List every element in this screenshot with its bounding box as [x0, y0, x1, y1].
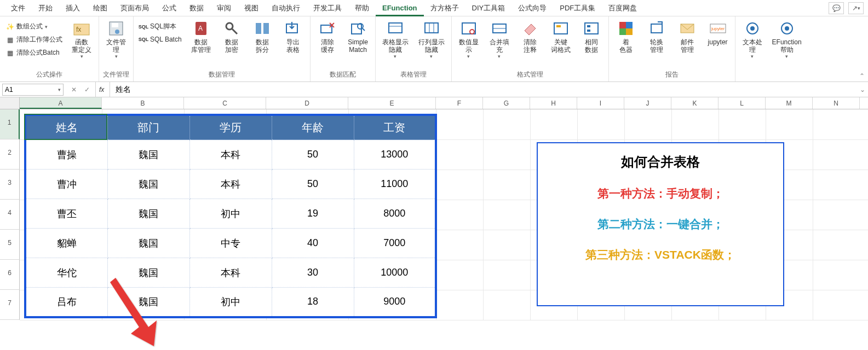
clear-comment-button[interactable]: 清除注释	[516, 19, 544, 55]
row-header-5[interactable]: 5	[0, 230, 20, 260]
chevron-down-icon[interactable]: ▾	[58, 87, 61, 92]
menu-help[interactable]: 帮助	[348, 0, 376, 16]
col-header-I[interactable]: I	[577, 97, 624, 109]
jupyter-button[interactable]: jupyterjupyter	[704, 19, 732, 47]
fx-label[interactable]: fx	[96, 82, 110, 97]
clear-formula-batch-button[interactable]: ▦清除公式Batch	[3, 47, 65, 59]
menu-pdftools[interactable]: PDF工具集	[553, 0, 602, 16]
cell[interactable]: 魏国	[107, 288, 189, 317]
cell[interactable]: 50	[272, 170, 354, 199]
col-header-D[interactable]: D	[266, 97, 348, 109]
clear-workbook-formula-button[interactable]: ▦清除工作簿公式	[3, 34, 65, 45]
menu-efunction[interactable]: EFunction	[376, 0, 424, 16]
row-header-2[interactable]: 2	[0, 139, 20, 170]
sheet-show-hide-button[interactable]: 表格显示隐藏▾	[379, 19, 412, 60]
name-box[interactable]: A1 ▾	[2, 84, 64, 96]
menu-devtools[interactable]: 开发工具	[307, 0, 348, 16]
row-header-4[interactable]: 4	[0, 200, 20, 230]
cell[interactable]: 8000	[354, 199, 436, 229]
keyword-format-button[interactable]: 关键词格式	[547, 19, 574, 55]
col-header-H[interactable]: H	[530, 97, 577, 109]
cell[interactable]: 魏国	[107, 199, 189, 229]
cell[interactable]: 本科	[189, 258, 272, 288]
menu-file[interactable]: 文件	[4, 0, 32, 16]
col-header-G[interactable]: G	[483, 97, 530, 109]
cell[interactable]: 貂蝉	[25, 229, 107, 258]
export-table-button[interactable]: 导出表格	[279, 19, 307, 55]
cell[interactable]: 7000	[354, 229, 436, 258]
cell[interactable]: 30	[272, 258, 354, 288]
menu-data[interactable]: 数据	[183, 0, 210, 16]
menu-fangfang[interactable]: 方方格子	[424, 0, 465, 16]
sql-batch-button[interactable]: SQLSQL Batch	[137, 34, 184, 45]
simple-match-button[interactable]: SimpleMatch	[344, 19, 372, 55]
row-header-3[interactable]: 3	[0, 170, 20, 200]
db-manage-button[interactable]: A数据库管理	[187, 19, 215, 55]
menu-autoexec[interactable]: 自动执行	[265, 0, 307, 16]
th-age[interactable]: 年龄	[272, 115, 354, 140]
cell[interactable]: 13000	[354, 140, 436, 170]
cell[interactable]: 魏国	[107, 229, 189, 258]
same-data-button[interactable]: 相同数据	[578, 19, 605, 55]
data-split-button[interactable]: 数据拆分	[249, 19, 276, 55]
col-header-J[interactable]: J	[624, 97, 671, 109]
merge-fill-button[interactable]: 合并填充▾	[486, 19, 513, 60]
cell[interactable]: 魏国	[107, 258, 189, 288]
row-header-7[interactable]: 7	[0, 290, 20, 320]
cell[interactable]: 50	[272, 140, 354, 170]
col-header-F[interactable]: F	[436, 97, 483, 109]
menu-pagelayout[interactable]: 页面布局	[114, 0, 156, 16]
col-header-N[interactable]: N	[813, 97, 860, 109]
clear-cache-button[interactable]: 清除缓存	[314, 19, 341, 55]
menu-diy[interactable]: DIY工具箱	[465, 0, 512, 16]
confirm-formula-icon[interactable]: ✓	[82, 86, 92, 94]
colorizer-button[interactable]: 着色器	[612, 19, 640, 55]
cell[interactable]: 初中	[189, 288, 272, 317]
cell[interactable]: 初中	[189, 199, 272, 229]
cell[interactable]: 魏国	[107, 140, 189, 170]
num-format-button[interactable]: 数值显示▾	[455, 19, 482, 60]
sql-script-button[interactable]: SQLSQL脚本	[137, 21, 184, 32]
row-header-1[interactable]: 1	[0, 109, 20, 139]
comments-button[interactable]: 💬	[829, 2, 844, 14]
rowcol-show-hide-button[interactable]: 行列显示隐藏▾	[415, 19, 448, 60]
th-salary[interactable]: 工资	[354, 115, 436, 140]
col-header-E[interactable]: E	[348, 97, 436, 109]
cell[interactable]: 魏国	[107, 170, 189, 199]
cell[interactable]: 曹冲	[25, 170, 107, 199]
fn-redefine-button[interactable]: fx 函数重定义▾	[68, 19, 95, 60]
share-button[interactable]: ↗ ▾	[848, 2, 864, 14]
cell[interactable]: 40	[272, 229, 354, 258]
menu-formula[interactable]: 公式	[156, 0, 183, 16]
cell[interactable]: 曹丕	[25, 199, 107, 229]
menu-review[interactable]: 审阅	[210, 0, 238, 16]
th-edu[interactable]: 学历	[189, 115, 272, 140]
col-header-L[interactable]: L	[718, 97, 766, 109]
grid-body[interactable]: 姓名 部门 学历 年龄 工资 曹操魏国本科5013000 曹冲魏国本科50110…	[20, 109, 868, 320]
text-process-button[interactable]: 文本处理▾	[739, 19, 766, 60]
data-encrypt-button[interactable]: 数据加密	[218, 19, 245, 55]
col-header-K[interactable]: K	[671, 97, 718, 109]
array-formula-button[interactable]: ✨数组公式 ▾	[3, 21, 65, 32]
menu-insert[interactable]: 插入	[59, 0, 87, 16]
col-header-B[interactable]: B	[102, 97, 184, 109]
file-manage-button[interactable]: 文件管理▾	[102, 19, 130, 60]
cell[interactable]: 19	[272, 199, 354, 229]
cell[interactable]: 本科	[189, 170, 272, 199]
menu-view[interactable]: 视图	[238, 0, 265, 16]
cell[interactable]: 18	[272, 288, 354, 317]
ribbon-collapse-icon[interactable]: ⌃	[859, 72, 865, 80]
efunction-help-button[interactable]: EFunction帮助▾	[769, 19, 804, 60]
cell[interactable]: 本科	[189, 140, 272, 170]
rotate-manage-button[interactable]: 轮换管理	[643, 19, 670, 55]
menu-baidu[interactable]: 百度网盘	[602, 0, 643, 16]
formula-expand-icon[interactable]: ⌄	[857, 86, 868, 94]
select-all-corner[interactable]	[0, 97, 20, 109]
row-header-6[interactable]: 6	[0, 260, 20, 290]
cell[interactable]: 吕布	[25, 288, 107, 317]
formula-input[interactable]: 姓名	[110, 85, 857, 95]
cell[interactable]: 中专	[189, 229, 272, 258]
th-dept[interactable]: 部门	[107, 115, 189, 140]
th-name[interactable]: 姓名	[25, 115, 107, 140]
cell[interactable]: 9000	[354, 288, 436, 317]
